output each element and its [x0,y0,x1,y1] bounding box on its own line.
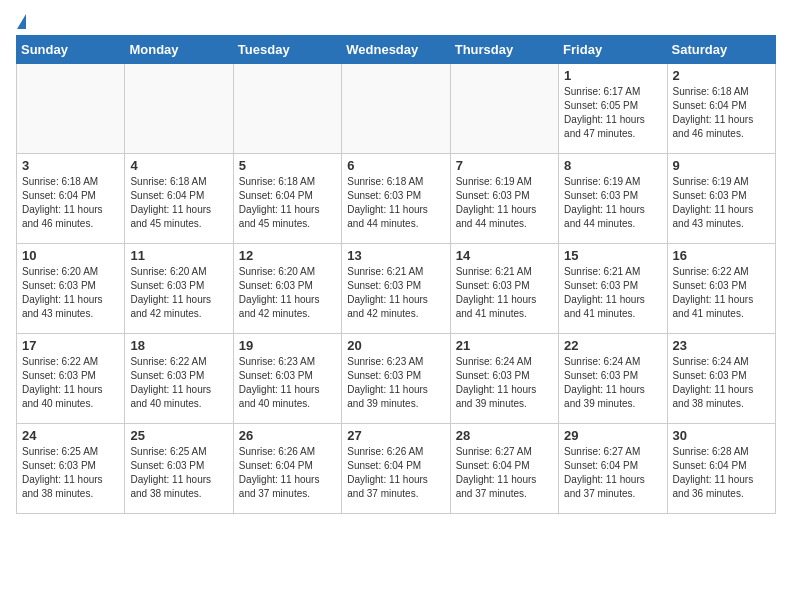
day-info: Sunrise: 6:22 AMSunset: 6:03 PMDaylight:… [22,355,119,411]
calendar-cell [125,64,233,154]
calendar-cell: 17Sunrise: 6:22 AMSunset: 6:03 PMDayligh… [17,334,125,424]
calendar-cell: 28Sunrise: 6:27 AMSunset: 6:04 PMDayligh… [450,424,558,514]
day-info: Sunrise: 6:22 AMSunset: 6:03 PMDaylight:… [673,265,770,321]
day-info: Sunrise: 6:18 AMSunset: 6:04 PMDaylight:… [130,175,227,231]
week-row-5: 24Sunrise: 6:25 AMSunset: 6:03 PMDayligh… [17,424,776,514]
day-number: 26 [239,428,336,443]
calendar-cell: 24Sunrise: 6:25 AMSunset: 6:03 PMDayligh… [17,424,125,514]
day-number: 13 [347,248,444,263]
calendar-cell: 26Sunrise: 6:26 AMSunset: 6:04 PMDayligh… [233,424,341,514]
day-number: 18 [130,338,227,353]
calendar-cell: 25Sunrise: 6:25 AMSunset: 6:03 PMDayligh… [125,424,233,514]
day-info: Sunrise: 6:23 AMSunset: 6:03 PMDaylight:… [239,355,336,411]
day-info: Sunrise: 6:25 AMSunset: 6:03 PMDaylight:… [130,445,227,501]
calendar-cell: 13Sunrise: 6:21 AMSunset: 6:03 PMDayligh… [342,244,450,334]
calendar-cell: 3Sunrise: 6:18 AMSunset: 6:04 PMDaylight… [17,154,125,244]
logo-icon [17,14,26,29]
day-info: Sunrise: 6:28 AMSunset: 6:04 PMDaylight:… [673,445,770,501]
calendar-cell: 2Sunrise: 6:18 AMSunset: 6:04 PMDaylight… [667,64,775,154]
day-info: Sunrise: 6:27 AMSunset: 6:04 PMDaylight:… [564,445,661,501]
header-sunday: Sunday [17,36,125,64]
calendar-cell: 12Sunrise: 6:20 AMSunset: 6:03 PMDayligh… [233,244,341,334]
day-number: 21 [456,338,553,353]
week-row-3: 10Sunrise: 6:20 AMSunset: 6:03 PMDayligh… [17,244,776,334]
calendar-cell: 11Sunrise: 6:20 AMSunset: 6:03 PMDayligh… [125,244,233,334]
day-info: Sunrise: 6:26 AMSunset: 6:04 PMDaylight:… [239,445,336,501]
day-info: Sunrise: 6:26 AMSunset: 6:04 PMDaylight:… [347,445,444,501]
calendar-cell: 8Sunrise: 6:19 AMSunset: 6:03 PMDaylight… [559,154,667,244]
page-header [16,16,776,27]
day-number: 8 [564,158,661,173]
day-number: 17 [22,338,119,353]
day-number: 3 [22,158,119,173]
day-info: Sunrise: 6:25 AMSunset: 6:03 PMDaylight:… [22,445,119,501]
calendar-cell: 15Sunrise: 6:21 AMSunset: 6:03 PMDayligh… [559,244,667,334]
week-row-2: 3Sunrise: 6:18 AMSunset: 6:04 PMDaylight… [17,154,776,244]
calendar-header-row: SundayMondayTuesdayWednesdayThursdayFrid… [17,36,776,64]
calendar-cell: 22Sunrise: 6:24 AMSunset: 6:03 PMDayligh… [559,334,667,424]
day-info: Sunrise: 6:21 AMSunset: 6:03 PMDaylight:… [456,265,553,321]
day-info: Sunrise: 6:24 AMSunset: 6:03 PMDaylight:… [673,355,770,411]
day-number: 11 [130,248,227,263]
day-info: Sunrise: 6:19 AMSunset: 6:03 PMDaylight:… [673,175,770,231]
calendar-cell: 6Sunrise: 6:18 AMSunset: 6:03 PMDaylight… [342,154,450,244]
day-info: Sunrise: 6:20 AMSunset: 6:03 PMDaylight:… [130,265,227,321]
calendar-cell [450,64,558,154]
day-number: 10 [22,248,119,263]
calendar-cell: 27Sunrise: 6:26 AMSunset: 6:04 PMDayligh… [342,424,450,514]
day-info: Sunrise: 6:20 AMSunset: 6:03 PMDaylight:… [22,265,119,321]
day-number: 9 [673,158,770,173]
calendar-cell [17,64,125,154]
calendar-table: SundayMondayTuesdayWednesdayThursdayFrid… [16,35,776,514]
day-number: 24 [22,428,119,443]
day-number: 22 [564,338,661,353]
header-tuesday: Tuesday [233,36,341,64]
day-info: Sunrise: 6:27 AMSunset: 6:04 PMDaylight:… [456,445,553,501]
calendar-cell: 19Sunrise: 6:23 AMSunset: 6:03 PMDayligh… [233,334,341,424]
calendar-cell: 16Sunrise: 6:22 AMSunset: 6:03 PMDayligh… [667,244,775,334]
day-number: 14 [456,248,553,263]
day-number: 1 [564,68,661,83]
day-number: 4 [130,158,227,173]
calendar-cell: 1Sunrise: 6:17 AMSunset: 6:05 PMDaylight… [559,64,667,154]
calendar-cell: 29Sunrise: 6:27 AMSunset: 6:04 PMDayligh… [559,424,667,514]
day-info: Sunrise: 6:20 AMSunset: 6:03 PMDaylight:… [239,265,336,321]
day-info: Sunrise: 6:24 AMSunset: 6:03 PMDaylight:… [564,355,661,411]
calendar-cell: 7Sunrise: 6:19 AMSunset: 6:03 PMDaylight… [450,154,558,244]
day-info: Sunrise: 6:19 AMSunset: 6:03 PMDaylight:… [564,175,661,231]
day-info: Sunrise: 6:22 AMSunset: 6:03 PMDaylight:… [130,355,227,411]
day-number: 2 [673,68,770,83]
day-number: 30 [673,428,770,443]
week-row-4: 17Sunrise: 6:22 AMSunset: 6:03 PMDayligh… [17,334,776,424]
calendar-cell: 5Sunrise: 6:18 AMSunset: 6:04 PMDaylight… [233,154,341,244]
day-number: 20 [347,338,444,353]
header-saturday: Saturday [667,36,775,64]
day-info: Sunrise: 6:17 AMSunset: 6:05 PMDaylight:… [564,85,661,141]
day-info: Sunrise: 6:18 AMSunset: 6:04 PMDaylight:… [673,85,770,141]
calendar-cell: 20Sunrise: 6:23 AMSunset: 6:03 PMDayligh… [342,334,450,424]
calendar-cell [233,64,341,154]
day-number: 28 [456,428,553,443]
day-info: Sunrise: 6:21 AMSunset: 6:03 PMDaylight:… [564,265,661,321]
day-number: 27 [347,428,444,443]
calendar-cell: 4Sunrise: 6:18 AMSunset: 6:04 PMDaylight… [125,154,233,244]
day-number: 15 [564,248,661,263]
header-friday: Friday [559,36,667,64]
day-info: Sunrise: 6:24 AMSunset: 6:03 PMDaylight:… [456,355,553,411]
day-number: 23 [673,338,770,353]
day-number: 5 [239,158,336,173]
calendar-cell: 23Sunrise: 6:24 AMSunset: 6:03 PMDayligh… [667,334,775,424]
day-number: 6 [347,158,444,173]
header-thursday: Thursday [450,36,558,64]
day-number: 7 [456,158,553,173]
calendar-cell: 18Sunrise: 6:22 AMSunset: 6:03 PMDayligh… [125,334,233,424]
calendar-cell: 30Sunrise: 6:28 AMSunset: 6:04 PMDayligh… [667,424,775,514]
calendar-cell: 14Sunrise: 6:21 AMSunset: 6:03 PMDayligh… [450,244,558,334]
day-number: 16 [673,248,770,263]
day-info: Sunrise: 6:21 AMSunset: 6:03 PMDaylight:… [347,265,444,321]
week-row-1: 1Sunrise: 6:17 AMSunset: 6:05 PMDaylight… [17,64,776,154]
day-number: 12 [239,248,336,263]
day-info: Sunrise: 6:19 AMSunset: 6:03 PMDaylight:… [456,175,553,231]
day-info: Sunrise: 6:18 AMSunset: 6:04 PMDaylight:… [239,175,336,231]
day-info: Sunrise: 6:23 AMSunset: 6:03 PMDaylight:… [347,355,444,411]
